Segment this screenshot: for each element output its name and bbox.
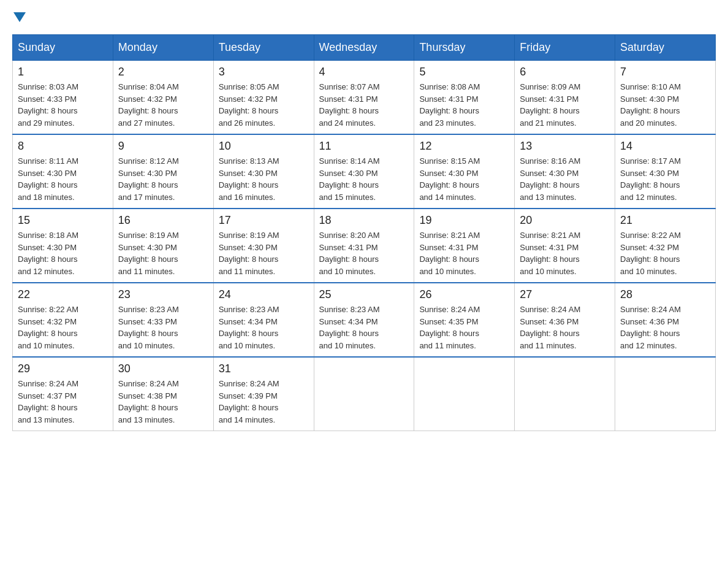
calendar-cell: 21 Sunrise: 8:22 AM Sunset: 4:32 PM Dayl… (615, 209, 716, 283)
day-info: Sunrise: 8:22 AM Sunset: 4:32 PM Dayligh… (18, 304, 108, 351)
calendar-cell (615, 357, 716, 431)
calendar-header-sunday: Sunday (13, 35, 113, 61)
calendar-header-row: SundayMondayTuesdayWednesdayThursdayFrid… (13, 35, 716, 61)
calendar-cell: 1 Sunrise: 8:03 AM Sunset: 4:33 PM Dayli… (13, 61, 113, 135)
calendar-cell: 17 Sunrise: 8:19 AM Sunset: 4:30 PM Dayl… (213, 209, 314, 283)
day-number: 9 (118, 140, 208, 153)
calendar-cell: 9 Sunrise: 8:12 AM Sunset: 4:30 PM Dayli… (113, 134, 213, 209)
day-number: 16 (118, 214, 208, 227)
day-info: Sunrise: 8:24 AM Sunset: 4:35 PM Dayligh… (419, 304, 509, 351)
day-info: Sunrise: 8:24 AM Sunset: 4:37 PM Dayligh… (18, 378, 108, 426)
day-info: Sunrise: 8:05 AM Sunset: 4:32 PM Dayligh… (219, 81, 309, 129)
day-number: 5 (419, 66, 509, 79)
day-info: Sunrise: 8:24 AM Sunset: 4:39 PM Dayligh… (219, 378, 309, 426)
day-info: Sunrise: 8:09 AM Sunset: 4:31 PM Dayligh… (520, 81, 610, 129)
calendar-cell: 19 Sunrise: 8:21 AM Sunset: 4:31 PM Dayl… (414, 209, 515, 283)
calendar-cell: 22 Sunrise: 8:22 AM Sunset: 4:32 PM Dayl… (13, 283, 113, 357)
day-number: 22 (18, 288, 108, 301)
logo-triangle-icon (13, 12, 26, 22)
day-info: Sunrise: 8:23 AM Sunset: 4:34 PM Dayligh… (219, 304, 309, 351)
day-info: Sunrise: 8:24 AM Sunset: 4:36 PM Dayligh… (620, 304, 710, 351)
calendar-cell: 8 Sunrise: 8:11 AM Sunset: 4:30 PM Dayli… (13, 134, 113, 209)
day-number: 17 (219, 214, 309, 227)
day-info: Sunrise: 8:18 AM Sunset: 4:30 PM Dayligh… (18, 229, 108, 277)
day-info: Sunrise: 8:19 AM Sunset: 4:30 PM Dayligh… (118, 229, 208, 277)
day-info: Sunrise: 8:24 AM Sunset: 4:36 PM Dayligh… (520, 304, 610, 351)
calendar-week-row: 29 Sunrise: 8:24 AM Sunset: 4:37 PM Dayl… (13, 357, 716, 431)
calendar-week-row: 8 Sunrise: 8:11 AM Sunset: 4:30 PM Dayli… (13, 134, 716, 209)
day-info: Sunrise: 8:14 AM Sunset: 4:30 PM Dayligh… (319, 155, 409, 203)
calendar-cell: 2 Sunrise: 8:04 AM Sunset: 4:32 PM Dayli… (113, 61, 213, 135)
day-number: 1 (18, 66, 108, 79)
calendar-cell (515, 357, 615, 431)
day-number: 7 (620, 66, 710, 79)
calendar-cell: 3 Sunrise: 8:05 AM Sunset: 4:32 PM Dayli… (213, 61, 314, 135)
day-number: 14 (620, 140, 710, 153)
day-number: 11 (319, 140, 409, 153)
calendar-cell: 29 Sunrise: 8:24 AM Sunset: 4:37 PM Dayl… (13, 357, 113, 431)
day-number: 30 (118, 362, 208, 375)
day-info: Sunrise: 8:20 AM Sunset: 4:31 PM Dayligh… (319, 229, 409, 277)
day-info: Sunrise: 8:21 AM Sunset: 4:31 PM Dayligh… (520, 229, 610, 277)
page-header (12, 12, 716, 22)
calendar-cell: 23 Sunrise: 8:23 AM Sunset: 4:33 PM Dayl… (113, 283, 213, 357)
day-number: 3 (219, 66, 309, 79)
calendar-cell: 27 Sunrise: 8:24 AM Sunset: 4:36 PM Dayl… (515, 283, 615, 357)
day-number: 13 (520, 140, 610, 153)
day-info: Sunrise: 8:23 AM Sunset: 4:34 PM Dayligh… (319, 304, 409, 351)
day-number: 23 (118, 288, 208, 301)
calendar-week-row: 1 Sunrise: 8:03 AM Sunset: 4:33 PM Dayli… (13, 61, 716, 135)
calendar-cell (414, 357, 515, 431)
logo (12, 12, 26, 22)
calendar-header-saturday: Saturday (615, 35, 716, 61)
day-info: Sunrise: 8:07 AM Sunset: 4:31 PM Dayligh… (319, 81, 409, 129)
day-info: Sunrise: 8:08 AM Sunset: 4:31 PM Dayligh… (419, 81, 509, 129)
day-info: Sunrise: 8:24 AM Sunset: 4:38 PM Dayligh… (118, 378, 208, 426)
day-info: Sunrise: 8:12 AM Sunset: 4:30 PM Dayligh… (118, 155, 208, 203)
calendar-cell: 14 Sunrise: 8:17 AM Sunset: 4:30 PM Dayl… (615, 134, 716, 209)
day-info: Sunrise: 8:19 AM Sunset: 4:30 PM Dayligh… (219, 229, 309, 277)
calendar-header-wednesday: Wednesday (314, 35, 414, 61)
calendar-cell: 31 Sunrise: 8:24 AM Sunset: 4:39 PM Dayl… (213, 357, 314, 431)
calendar-header-tuesday: Tuesday (213, 35, 314, 61)
calendar-cell: 26 Sunrise: 8:24 AM Sunset: 4:35 PM Dayl… (414, 283, 515, 357)
calendar-cell: 24 Sunrise: 8:23 AM Sunset: 4:34 PM Dayl… (213, 283, 314, 357)
day-number: 8 (18, 140, 108, 153)
day-number: 24 (219, 288, 309, 301)
day-number: 28 (620, 288, 710, 301)
day-info: Sunrise: 8:17 AM Sunset: 4:30 PM Dayligh… (620, 155, 710, 203)
day-number: 26 (419, 288, 509, 301)
day-number: 10 (219, 140, 309, 153)
calendar-header-friday: Friday (515, 35, 615, 61)
calendar-table: SundayMondayTuesdayWednesdayThursdayFrid… (12, 34, 716, 431)
day-number: 12 (419, 140, 509, 153)
calendar-cell: 30 Sunrise: 8:24 AM Sunset: 4:38 PM Dayl… (113, 357, 213, 431)
day-number: 19 (419, 214, 509, 227)
day-number: 20 (520, 214, 610, 227)
day-info: Sunrise: 8:16 AM Sunset: 4:30 PM Dayligh… (520, 155, 610, 203)
day-info: Sunrise: 8:13 AM Sunset: 4:30 PM Dayligh… (219, 155, 309, 203)
day-number: 2 (118, 66, 208, 79)
day-info: Sunrise: 8:15 AM Sunset: 4:30 PM Dayligh… (419, 155, 509, 203)
calendar-cell: 28 Sunrise: 8:24 AM Sunset: 4:36 PM Dayl… (615, 283, 716, 357)
day-number: 25 (319, 288, 409, 301)
calendar-cell: 10 Sunrise: 8:13 AM Sunset: 4:30 PM Dayl… (213, 134, 314, 209)
day-info: Sunrise: 8:10 AM Sunset: 4:30 PM Dayligh… (620, 81, 710, 129)
calendar-cell: 20 Sunrise: 8:21 AM Sunset: 4:31 PM Dayl… (515, 209, 615, 283)
day-info: Sunrise: 8:22 AM Sunset: 4:32 PM Dayligh… (620, 229, 710, 277)
calendar-week-row: 22 Sunrise: 8:22 AM Sunset: 4:32 PM Dayl… (13, 283, 716, 357)
day-number: 29 (18, 362, 108, 375)
day-info: Sunrise: 8:04 AM Sunset: 4:32 PM Dayligh… (118, 81, 208, 129)
calendar-cell: 7 Sunrise: 8:10 AM Sunset: 4:30 PM Dayli… (615, 61, 716, 135)
calendar-cell: 11 Sunrise: 8:14 AM Sunset: 4:30 PM Dayl… (314, 134, 414, 209)
day-number: 6 (520, 66, 610, 79)
calendar-cell (314, 357, 414, 431)
calendar-cell: 5 Sunrise: 8:08 AM Sunset: 4:31 PM Dayli… (414, 61, 515, 135)
day-number: 27 (520, 288, 610, 301)
calendar-cell: 13 Sunrise: 8:16 AM Sunset: 4:30 PM Dayl… (515, 134, 615, 209)
day-number: 21 (620, 214, 710, 227)
calendar-cell: 25 Sunrise: 8:23 AM Sunset: 4:34 PM Dayl… (314, 283, 414, 357)
calendar-cell: 18 Sunrise: 8:20 AM Sunset: 4:31 PM Dayl… (314, 209, 414, 283)
calendar-cell: 12 Sunrise: 8:15 AM Sunset: 4:30 PM Dayl… (414, 134, 515, 209)
calendar-cell: 16 Sunrise: 8:19 AM Sunset: 4:30 PM Dayl… (113, 209, 213, 283)
